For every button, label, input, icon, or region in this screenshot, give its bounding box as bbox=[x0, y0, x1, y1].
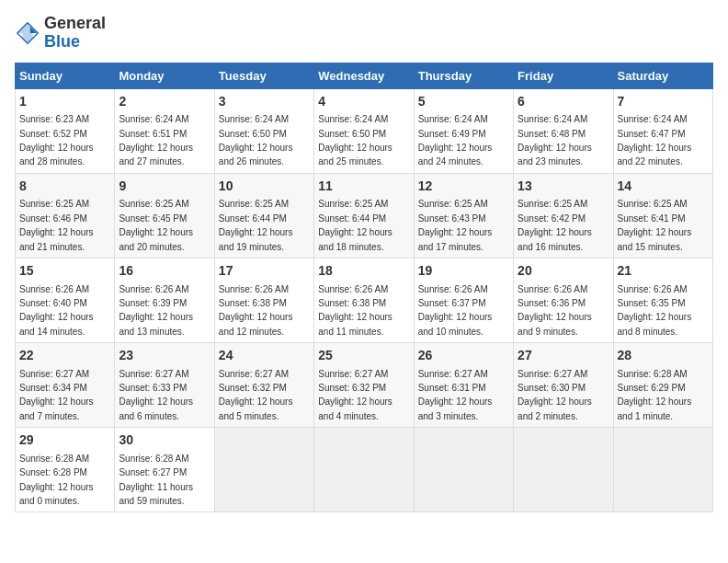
day-number: 15 bbox=[19, 262, 110, 281]
day-number: 5 bbox=[418, 93, 509, 111]
table-row: 18 Sunrise: 6:26 AMSunset: 6:38 PMDaylig… bbox=[314, 258, 414, 342]
table-row: 24 Sunrise: 6:27 AMSunset: 6:32 PMDaylig… bbox=[214, 343, 313, 428]
day-number: 19 bbox=[418, 262, 509, 281]
table-row: 21 Sunrise: 6:26 AMSunset: 6:35 PMDaylig… bbox=[613, 258, 712, 342]
calendar-row: 1 Sunrise: 6:23 AMSunset: 6:52 PMDayligh… bbox=[16, 88, 713, 173]
day-number: 10 bbox=[219, 178, 310, 196]
page-header: General Blue bbox=[15, 15, 713, 52]
day-info: Sunrise: 6:26 AMSunset: 6:39 PMDaylight:… bbox=[119, 284, 193, 337]
col-saturday: Saturday bbox=[613, 63, 712, 88]
table-row: 20 Sunrise: 6:26 AMSunset: 6:36 PMDaylig… bbox=[514, 258, 613, 342]
table-row: 10 Sunrise: 6:25 AMSunset: 6:44 PMDaylig… bbox=[214, 173, 313, 258]
day-info: Sunrise: 6:24 AMSunset: 6:50 PMDaylight:… bbox=[318, 114, 392, 167]
table-row: 6 Sunrise: 6:24 AMSunset: 6:48 PMDayligh… bbox=[514, 88, 613, 173]
col-sunday: Sunday bbox=[16, 63, 115, 88]
table-row: 25 Sunrise: 6:27 AMSunset: 6:32 PMDaylig… bbox=[314, 343, 414, 428]
day-info: Sunrise: 6:26 AMSunset: 6:35 PMDaylight:… bbox=[618, 284, 692, 337]
day-info: Sunrise: 6:24 AMSunset: 6:49 PMDaylight:… bbox=[418, 114, 493, 167]
day-info: Sunrise: 6:27 AMSunset: 6:32 PMDaylight:… bbox=[219, 369, 293, 421]
table-row: 30 Sunrise: 6:28 AMSunset: 6:27 PMDaylig… bbox=[115, 428, 214, 512]
day-number: 24 bbox=[219, 347, 310, 365]
day-info: Sunrise: 6:27 AMSunset: 6:30 PMDaylight:… bbox=[518, 369, 592, 421]
day-info: Sunrise: 6:28 AMSunset: 6:27 PMDaylight:… bbox=[119, 454, 193, 506]
day-number: 13 bbox=[518, 178, 609, 196]
table-row: 2 Sunrise: 6:24 AMSunset: 6:51 PMDayligh… bbox=[115, 88, 214, 173]
day-info: Sunrise: 6:24 AMSunset: 6:50 PMDaylight:… bbox=[219, 114, 293, 167]
day-number: 25 bbox=[318, 347, 409, 365]
day-info: Sunrise: 6:25 AMSunset: 6:44 PMDaylight:… bbox=[318, 199, 392, 251]
day-number: 27 bbox=[518, 347, 609, 365]
day-number: 6 bbox=[518, 93, 609, 111]
day-number: 17 bbox=[219, 262, 310, 281]
table-row: 5 Sunrise: 6:24 AMSunset: 6:49 PMDayligh… bbox=[414, 88, 513, 173]
day-number: 8 bbox=[19, 178, 110, 196]
day-info: Sunrise: 6:24 AMSunset: 6:48 PMDaylight:… bbox=[518, 114, 592, 167]
calendar-row: 29 Sunrise: 6:28 AMSunset: 6:28 PMDaylig… bbox=[16, 428, 713, 512]
table-row: 12 Sunrise: 6:25 AMSunset: 6:43 PMDaylig… bbox=[414, 173, 513, 258]
day-info: Sunrise: 6:25 AMSunset: 6:45 PMDaylight:… bbox=[119, 199, 193, 251]
table-row: 7 Sunrise: 6:24 AMSunset: 6:47 PMDayligh… bbox=[613, 88, 712, 173]
day-info: Sunrise: 6:24 AMSunset: 6:51 PMDaylight:… bbox=[119, 114, 193, 167]
col-wednesday: Wednesday bbox=[314, 63, 414, 88]
day-number: 22 bbox=[19, 347, 110, 365]
day-info: Sunrise: 6:27 AMSunset: 6:33 PMDaylight:… bbox=[119, 369, 193, 421]
day-info: Sunrise: 6:26 AMSunset: 6:38 PMDaylight:… bbox=[219, 284, 293, 337]
table-row: 22 Sunrise: 6:27 AMSunset: 6:34 PMDaylig… bbox=[16, 343, 115, 428]
day-info: Sunrise: 6:28 AMSunset: 6:29 PMDaylight:… bbox=[618, 369, 692, 421]
table-row bbox=[214, 428, 313, 512]
day-number: 9 bbox=[119, 178, 210, 196]
day-info: Sunrise: 6:26 AMSunset: 6:40 PMDaylight:… bbox=[19, 284, 94, 337]
day-number: 26 bbox=[418, 347, 509, 365]
day-info: Sunrise: 6:26 AMSunset: 6:38 PMDaylight:… bbox=[318, 284, 392, 337]
table-row: 29 Sunrise: 6:28 AMSunset: 6:28 PMDaylig… bbox=[16, 428, 115, 512]
table-row: 13 Sunrise: 6:25 AMSunset: 6:42 PMDaylig… bbox=[514, 173, 613, 258]
table-row: 23 Sunrise: 6:27 AMSunset: 6:33 PMDaylig… bbox=[115, 343, 214, 428]
table-row: 4 Sunrise: 6:24 AMSunset: 6:50 PMDayligh… bbox=[314, 88, 414, 173]
day-info: Sunrise: 6:26 AMSunset: 6:36 PMDaylight:… bbox=[518, 284, 592, 337]
logo-icon bbox=[15, 20, 40, 46]
day-number: 14 bbox=[618, 178, 709, 196]
day-header-row: Sunday Monday Tuesday Wednesday Thursday… bbox=[16, 63, 713, 88]
logo-text: General Blue bbox=[44, 15, 106, 52]
table-row: 8 Sunrise: 6:25 AMSunset: 6:46 PMDayligh… bbox=[16, 173, 115, 258]
table-row: 15 Sunrise: 6:26 AMSunset: 6:40 PMDaylig… bbox=[16, 258, 115, 342]
day-info: Sunrise: 6:25 AMSunset: 6:43 PMDaylight:… bbox=[418, 199, 493, 251]
day-number: 4 bbox=[318, 93, 409, 111]
day-number: 7 bbox=[618, 93, 709, 111]
col-monday: Monday bbox=[115, 63, 214, 88]
col-thursday: Thursday bbox=[414, 63, 513, 88]
day-number: 30 bbox=[119, 431, 210, 450]
day-info: Sunrise: 6:28 AMSunset: 6:28 PMDaylight:… bbox=[19, 454, 94, 506]
day-info: Sunrise: 6:26 AMSunset: 6:37 PMDaylight:… bbox=[418, 284, 493, 337]
day-number: 11 bbox=[318, 178, 409, 196]
day-info: Sunrise: 6:27 AMSunset: 6:34 PMDaylight:… bbox=[19, 369, 94, 421]
table-row bbox=[314, 428, 414, 512]
day-number: 18 bbox=[318, 262, 409, 281]
day-number: 16 bbox=[119, 262, 210, 281]
logo-general: General bbox=[44, 14, 106, 32]
logo: General Blue bbox=[15, 15, 106, 52]
day-number: 20 bbox=[518, 262, 609, 281]
table-row: 3 Sunrise: 6:24 AMSunset: 6:50 PMDayligh… bbox=[214, 88, 313, 173]
day-info: Sunrise: 6:27 AMSunset: 6:31 PMDaylight:… bbox=[418, 369, 493, 421]
table-row bbox=[613, 428, 712, 512]
day-info: Sunrise: 6:25 AMSunset: 6:42 PMDaylight:… bbox=[518, 199, 592, 251]
calendar-row: 22 Sunrise: 6:27 AMSunset: 6:34 PMDaylig… bbox=[16, 343, 713, 428]
calendar-row: 15 Sunrise: 6:26 AMSunset: 6:40 PMDaylig… bbox=[16, 258, 713, 342]
day-number: 21 bbox=[618, 262, 709, 281]
day-info: Sunrise: 6:27 AMSunset: 6:32 PMDaylight:… bbox=[318, 369, 392, 421]
day-info: Sunrise: 6:25 AMSunset: 6:46 PMDaylight:… bbox=[19, 199, 94, 251]
day-info: Sunrise: 6:23 AMSunset: 6:52 PMDaylight:… bbox=[19, 114, 94, 167]
day-number: 28 bbox=[618, 347, 709, 365]
day-number: 12 bbox=[418, 178, 509, 196]
day-info: Sunrise: 6:25 AMSunset: 6:44 PMDaylight:… bbox=[219, 199, 293, 251]
table-row bbox=[414, 428, 513, 512]
day-info: Sunrise: 6:25 AMSunset: 6:41 PMDaylight:… bbox=[618, 199, 692, 251]
day-number: 23 bbox=[119, 347, 210, 365]
table-row: 27 Sunrise: 6:27 AMSunset: 6:30 PMDaylig… bbox=[514, 343, 613, 428]
calendar-table: Sunday Monday Tuesday Wednesday Thursday… bbox=[15, 63, 713, 513]
table-row: 9 Sunrise: 6:25 AMSunset: 6:45 PMDayligh… bbox=[115, 173, 214, 258]
day-number: 1 bbox=[19, 93, 110, 111]
logo-blue: Blue bbox=[44, 32, 80, 51]
table-row: 14 Sunrise: 6:25 AMSunset: 6:41 PMDaylig… bbox=[613, 173, 712, 258]
